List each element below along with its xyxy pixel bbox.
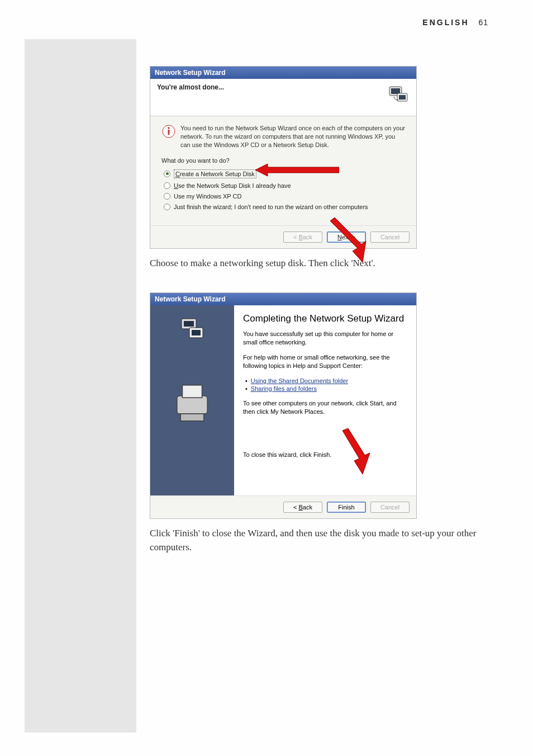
network-setup-wizard-dialog-1: Network Setup Wizard You're almost done.… [150, 66, 417, 249]
link-list: • Using the Shared Documents folder • Sh… [243, 377, 407, 393]
dialog-content: Completing the Network Setup Wizard You … [234, 305, 416, 495]
radio-icon [164, 204, 170, 210]
info-row: You need to run the Network Setup Wizard… [161, 124, 405, 149]
radio-label: Create a Network Setup Disk [174, 169, 256, 178]
link-shared-documents[interactable]: Using the Shared Documents folder [251, 377, 348, 385]
svg-rect-13 [177, 396, 207, 414]
radio-label: Just finish the wizard; I don't need to … [174, 204, 368, 210]
printer-icon [170, 377, 215, 433]
radio-icon [164, 193, 170, 200]
dialog-body: Completing the Network Setup Wizard You … [150, 305, 416, 495]
dialog-header: You're almost done... [150, 79, 416, 116]
radio-use-existing-disk[interactable]: Use the Network Setup Disk I already hav… [164, 182, 405, 189]
radio-label: Use the Network Setup Disk I already hav… [174, 182, 291, 189]
next-button[interactable]: Next > [327, 231, 366, 243]
dialog-button-row: < Back Next > Cancel [150, 225, 416, 248]
svg-rect-15 [180, 414, 204, 421]
radio-icon [164, 182, 170, 189]
network-pc-icon [178, 315, 206, 343]
bullet-icon: • [245, 385, 248, 393]
svg-rect-12 [192, 330, 201, 336]
dialog-titlebar: Network Setup Wizard [150, 293, 416, 305]
dialog-sidebar-graphic [150, 305, 234, 495]
left-margin-column [25, 39, 136, 733]
svg-rect-10 [184, 321, 194, 327]
caption-2: Click 'Finish' to close the Wizard, and … [150, 527, 485, 554]
dialog-titlebar: Network Setup Wizard [150, 67, 416, 79]
cancel-button[interactable]: Cancel [370, 231, 410, 243]
prompt-text: What do you want to do? [161, 157, 405, 164]
paragraph: For help with home or small office netwo… [243, 353, 407, 370]
radio-use-cd[interactable]: Use my Windows XP CD [164, 193, 405, 200]
back-button[interactable]: < Back [283, 231, 322, 243]
svg-rect-14 [182, 385, 202, 398]
back-button[interactable]: < Back [283, 502, 322, 513]
info-text: You need to run the Network Setup Wizard… [180, 124, 405, 149]
link-sharing-files[interactable]: Sharing files and folders [251, 385, 317, 393]
dialog-title: Completing the Network Setup Wizard [243, 313, 407, 324]
paragraph: To close this wizard, click Finish. [243, 451, 407, 459]
info-icon [161, 124, 176, 139]
radio-just-finish[interactable]: Just finish the wizard; I don't need to … [164, 204, 405, 210]
dialog-button-row: < Back Finish Cancel [150, 495, 416, 518]
network-pc-icon [387, 83, 410, 106]
network-setup-wizard-dialog-2: Network Setup Wizard Completing the Netw… [150, 292, 417, 519]
paragraph: To see other computers on your network, … [243, 399, 407, 416]
page-number: 61 [478, 18, 488, 27]
main-content: Network Setup Wizard You're almost done.… [150, 66, 491, 577]
list-item: • Sharing files and folders [245, 385, 407, 393]
page-header: ENGLISH 61 [422, 18, 488, 27]
cancel-button[interactable]: Cancel [370, 502, 410, 513]
svg-point-5 [168, 127, 170, 129]
caption-1: Choose to make a networking setup disk. … [150, 257, 485, 271]
radio-create-disk[interactable]: Create a Network Setup Disk [164, 169, 405, 178]
list-item: • Using the Shared Documents folder [245, 377, 407, 385]
svg-rect-3 [399, 95, 406, 100]
radio-icon [164, 171, 170, 177]
bullet-icon: • [245, 377, 248, 385]
header-language: ENGLISH [422, 18, 469, 27]
dialog-header-title: You're almost done... [157, 83, 224, 91]
finish-button[interactable]: Finish [327, 502, 366, 513]
paragraph: You have successfully set up this comput… [243, 330, 407, 347]
svg-rect-6 [168, 130, 170, 135]
radio-label: Use my Windows XP CD [174, 193, 241, 200]
dialog-body: You need to run the Network Setup Wizard… [150, 116, 416, 225]
